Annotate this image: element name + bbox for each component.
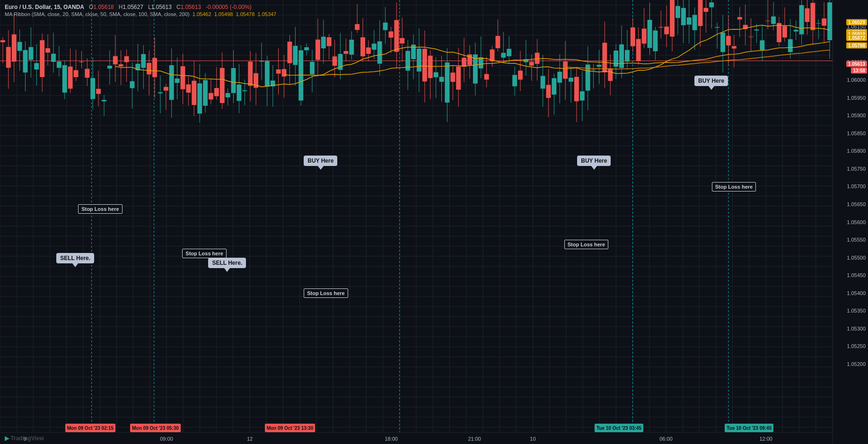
time-label: 12 (247, 436, 253, 442)
ma-ribbon-header: MA Ribbon (SMA, close, 20, SMA, close, 5… (5, 11, 276, 17)
price-label: 1.05450 (847, 272, 866, 278)
tradingview-logo: ▶ TradingView (5, 435, 44, 442)
sma100-val: 1.05478 (236, 11, 255, 17)
price-label: 1.05250 (847, 343, 866, 349)
annotation-box: Stop Loss here (712, 182, 756, 192)
session-badge: Tue 10 Oct '23 03:45 (595, 424, 643, 432)
annotation-box: Stop Loss here (304, 288, 348, 298)
price-axis: 1.061501.061001.060501.060001.059501.059… (833, 0, 868, 444)
time-label: 21:00 (468, 436, 481, 442)
session-badge: Mon 09 Oct '23 05:30 (130, 424, 181, 432)
ohlc-high: 1.05627 (123, 4, 143, 10)
price-chart (0, 0, 868, 444)
annotation-bubble: BUY Here (694, 76, 728, 86)
price-label: 1.05200 (847, 361, 866, 367)
price-label: 1.05350 (847, 308, 866, 313)
annotation-bubble: SELL Here. (56, 253, 94, 263)
sma20-val: 1.05462 (193, 11, 211, 17)
price-label: 1.05850 (847, 131, 866, 136)
price-label: 1.05650 (847, 201, 866, 207)
price-label: 1.05300 (847, 326, 866, 331)
price-label: 1.05950 (847, 95, 866, 101)
ohlc-header: Euro / U.S. Dollar, 15, OANDA O1.05618 H… (5, 4, 276, 10)
session-badge: Tue 10 Oct '23 09:45 (725, 424, 773, 432)
annotation-box: Stop Loss here (182, 249, 226, 258)
price-label: 1.05750 (847, 166, 866, 172)
price-label: 1.05600 (847, 219, 866, 225)
time-axis: 909:001218:0021:001006:0012:00 (0, 432, 833, 444)
annotation-bubble: BUY Here (577, 156, 611, 166)
time-label: 10 (530, 436, 535, 442)
price-label: 1.06000 (847, 77, 866, 83)
price-badge: 1.06029 (846, 19, 867, 25)
price-change: -0.00005 (-0.00%) (206, 4, 252, 10)
time-label: 09:00 (160, 436, 173, 442)
chart-container: Euro / U.S. Dollar, 15, OANDA O1.05618 H… (0, 0, 868, 444)
price-label: 1.05400 (847, 290, 866, 296)
sma200-val: 1.05347 (257, 11, 276, 17)
price-label: 1.05800 (847, 148, 866, 154)
annotation-bubble: BUY Here (304, 156, 337, 166)
time-label: 18:00 (385, 436, 398, 442)
price-label: 1.05500 (847, 255, 866, 261)
ohlc-open: 1.05618 (93, 4, 114, 10)
pair-label: Euro / U.S. Dollar, 15, OANDA (5, 4, 84, 10)
annotation-box: Stop Loss here (564, 240, 608, 249)
price-label: 1.05900 (847, 113, 866, 118)
time-label: 06:00 (659, 436, 673, 442)
price-badge: 1.05798 (846, 43, 867, 49)
chart-header: Euro / U.S. Dollar, 15, OANDA O1.05618 H… (5, 4, 276, 17)
price-badge: 13:58 (851, 67, 867, 73)
price-label: 1.05700 (847, 183, 866, 189)
ohlc-low: 1.05613 (151, 4, 172, 10)
annotation-bubble: SELL Here. (208, 258, 246, 268)
price-badge: 1.05872 (846, 35, 867, 41)
session-badge: Mon 09 Oct '23 02:15 (65, 424, 116, 432)
ohlc-close: 1.05613 (181, 4, 201, 10)
session-badge: Mon 09 Oct '23 13:30 (265, 424, 316, 432)
time-label: 12:00 (759, 436, 772, 442)
price-label: 1.05550 (847, 237, 866, 243)
price-badge: 1.05613 (846, 61, 867, 67)
annotation-box: Stop Loss here (78, 204, 122, 214)
sma50-val: 1.05498 (214, 11, 233, 17)
